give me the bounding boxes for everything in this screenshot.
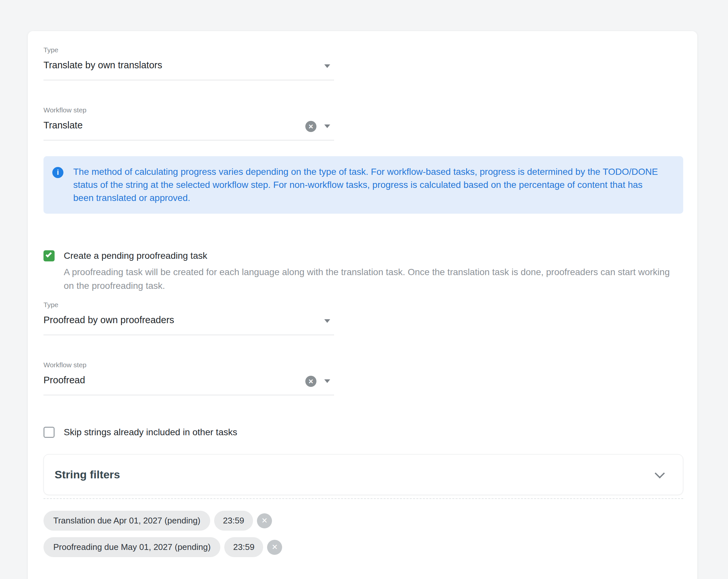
create-proofreading-task-description: A proofreading task will be created for … <box>64 265 678 293</box>
progress-info-banner: i The method of calculating progress var… <box>44 156 683 214</box>
create-proofreading-task-row: Create a pending proofreading task <box>44 250 683 261</box>
remove-icon: ✕ <box>272 543 278 552</box>
info-icon-glyph: i <box>57 168 59 177</box>
caret-down-icon <box>324 379 330 383</box>
remove-icon: ✕ <box>261 516 267 525</box>
translation-type-value: Translate by own translators <box>44 59 334 71</box>
proofread-workflow-step-select[interactable]: Workflow step Proofread ✕ <box>44 361 334 395</box>
skip-strings-checkbox[interactable] <box>44 427 55 438</box>
proofreading-deadline-row: Proofreading due May 01, 2027 (pending) … <box>44 537 683 557</box>
clear-workflow-step-button[interactable]: ✕ <box>305 121 316 132</box>
remove-proofreading-deadline-button[interactable]: ✕ <box>267 540 282 555</box>
caret-down-icon <box>324 64 330 68</box>
deadline-chips: Translation due Apr 01, 2027 (pending) 2… <box>44 511 683 557</box>
caret-down-icon <box>324 319 330 323</box>
skip-strings-row: Skip strings already included in other t… <box>44 427 683 438</box>
proofreading-deadline-chip[interactable]: Proofreading due May 01, 2027 (pending) <box>44 537 220 557</box>
create-proofreading-task-checkbox[interactable] <box>44 250 55 261</box>
proofread-type-label: Type <box>44 301 334 309</box>
clear-icon: ✕ <box>308 378 313 385</box>
proofread-type-select[interactable]: Type Proofread by own proofreaders <box>44 301 334 335</box>
translation-workflow-step-label: Workflow step <box>44 106 334 114</box>
proofread-workflow-step-value: Proofread <box>44 375 334 386</box>
task-form-content: Type Translate by own translators Workfl… <box>28 31 697 557</box>
proofread-type-value: Proofread by own proofreaders <box>44 314 334 326</box>
translation-deadline-time-chip[interactable]: 23:59 <box>214 511 253 531</box>
clear-proofread-workflow-step-button[interactable]: ✕ <box>305 376 316 387</box>
proofreading-deadline-time-chip[interactable]: 23:59 <box>224 537 263 557</box>
translation-deadline-row: Translation due Apr 01, 2027 (pending) 2… <box>44 511 683 531</box>
proofread-workflow-step-label: Workflow step <box>44 361 334 369</box>
info-icon: i <box>52 167 63 178</box>
translation-workflow-step-value: Translate <box>44 119 334 131</box>
skip-strings-label: Skip strings already included in other t… <box>64 427 237 438</box>
translation-deadline-chip[interactable]: Translation due Apr 01, 2027 (pending) <box>44 511 210 531</box>
create-proofreading-task-label: Create a pending proofreading task <box>64 251 207 261</box>
task-form-card: Type Translate by own translators Workfl… <box>28 31 697 579</box>
section-divider <box>44 498 683 499</box>
string-filters-title: String filters <box>55 468 120 481</box>
chevron-down-icon <box>655 468 665 478</box>
checkmark-icon <box>46 251 52 257</box>
progress-info-text: The method of calculating progress varie… <box>73 165 658 204</box>
translation-type-select[interactable]: Type Translate by own translators <box>44 46 334 80</box>
string-filters-panel[interactable]: String filters <box>44 454 683 495</box>
clear-icon: ✕ <box>308 123 313 130</box>
translation-workflow-step-select[interactable]: Workflow step Translate ✕ <box>44 106 334 140</box>
remove-translation-deadline-button[interactable]: ✕ <box>257 513 272 528</box>
caret-down-icon <box>324 125 330 128</box>
translation-type-label: Type <box>44 46 334 54</box>
